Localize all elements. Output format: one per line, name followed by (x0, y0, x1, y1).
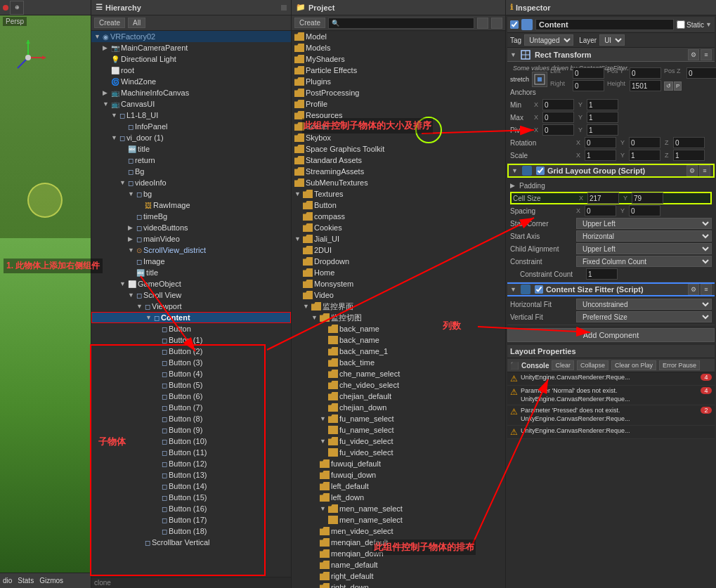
spacing-y-input[interactable] (629, 205, 660, 216)
grid-layout-settings[interactable]: ⚙ (686, 165, 698, 176)
tree-item-button10[interactable]: ◻ Button (10) (91, 436, 291, 447)
proj-myshaders[interactable]: MyShaders (292, 53, 505, 65)
proj-compass[interactable]: compass (292, 211, 505, 222)
rect-reset-btn[interactable]: ↺ (664, 81, 673, 91)
posy-input[interactable] (630, 67, 661, 79)
hierarchy-create-btn[interactable]: Create (94, 18, 125, 28)
tree-item-button4[interactable]: ◻ Button (4) (91, 368, 291, 379)
proj-monsystem[interactable]: Monsystem (292, 278, 505, 289)
proj-back-name-2[interactable]: back_name (292, 334, 505, 346)
hierarchy-all-btn[interactable]: All (128, 18, 145, 28)
tree-item-scrollview-district[interactable]: ▼ ⊙ ScrollView_district (91, 244, 291, 256)
console-entry-4[interactable]: ⚠ UnityEngine.CanvasRenderer:Reque... (507, 426, 715, 439)
proj-skybox[interactable]: Skybox (292, 132, 505, 143)
hierarchy-content[interactable]: ▼ ◉ VRFactory02 ▶ 📷 MainCameraParent 💡 D… (91, 31, 291, 577)
min-x-input[interactable] (542, 99, 574, 110)
tree-item-button6[interactable]: ◻ Button (6) (91, 391, 291, 402)
constraint-dropdown[interactable]: Fixed Column Count (576, 256, 712, 267)
tree-item-title1[interactable]: 🔤 title (91, 143, 291, 155)
tree-item-button[interactable]: ◻ Button (91, 323, 291, 334)
project-create-btn[interactable]: Create (294, 18, 325, 28)
tree-item-gameobject[interactable]: ▼ ⬜ GameObject (91, 278, 291, 289)
grid-layout-check[interactable] (536, 166, 545, 175)
tree-item-scrollview[interactable]: ▼ ◻ Scroll View (91, 289, 291, 301)
static-dropdown[interactable]: ▼ (705, 21, 712, 28)
posz-input[interactable] (686, 67, 716, 79)
proj-jiance-mian[interactable]: ▼监控界面 (292, 301, 505, 312)
proj-resources[interactable]: Resources (292, 110, 505, 121)
tree-item-button17[interactable]: ◻ Button (17) (91, 514, 291, 525)
transform-gizmo[interactable] (7, 37, 49, 80)
tree-item-maincamera[interactable]: ▶ 📷 MainCameraParent (91, 42, 291, 53)
grid-layout-menu[interactable]: ≡ (699, 165, 710, 176)
proj-video[interactable]: Video (292, 289, 505, 301)
proj-textures[interactable]: ▼Textures (292, 188, 505, 200)
pivot-x-input[interactable] (542, 124, 574, 136)
csf-header[interactable]: ▼ Content Size Fitter (Script) ⚙ ≡ (507, 282, 715, 296)
tree-item-button1[interactable]: ◻ Button (1) (91, 334, 291, 346)
tree-item-button16[interactable]: ◻ Button (16) (91, 503, 291, 514)
proj-button[interactable]: Button (292, 200, 505, 211)
proj-back-time[interactable]: back_time (292, 357, 505, 368)
console-entry-1[interactable]: ⚠ UnityEngine.CanvasRenderer:Reque... 4 (507, 372, 715, 386)
tree-item-vidoor[interactable]: ▼ ◻ vi_door (1) (91, 132, 291, 143)
proj-model[interactable]: Model (292, 31, 505, 42)
tree-item-viewport[interactable]: ▼ ◻ Viewport (91, 301, 291, 312)
tree-item-return[interactable]: ◻ return (91, 155, 291, 166)
tree-item-videobuttons[interactable]: ▶ ◻ videoButtons (91, 222, 291, 233)
spacing-x-input[interactable] (585, 205, 616, 216)
proj-streaming-assets[interactable]: StreamingAssets (292, 166, 505, 177)
collapse-btn[interactable]: Collapse (577, 360, 608, 370)
proj-left-default[interactable]: left_default (292, 481, 505, 492)
proj-jiankong-qietu[interactable]: ▼监控切图 (292, 312, 505, 323)
proj-plugins[interactable]: Plugins (292, 76, 505, 87)
rot-x-input[interactable] (585, 137, 616, 148)
vert-fit-dropdown[interactable]: Preferred Size (576, 311, 712, 322)
tree-item-button12[interactable]: ◻ Button (12) (91, 458, 291, 469)
clear-btn[interactable]: Clear (552, 360, 574, 370)
cell-x-input[interactable] (587, 192, 619, 204)
proj-scene[interactable]: Scene (292, 121, 505, 132)
tree-item-button8[interactable]: ◻ Button (8) (91, 413, 291, 424)
tree-item-bg2[interactable]: ▼ ◻ bg (91, 188, 291, 200)
obj-name[interactable]: Content (535, 19, 674, 30)
proj-left-down[interactable]: left_down (292, 492, 505, 503)
proj-standard-assets[interactable]: Standard Assets (292, 155, 505, 166)
project-layout-btn[interactable] (491, 18, 502, 29)
move-tool[interactable] (3, 5, 8, 11)
active-checkbox[interactable] (510, 20, 519, 29)
proj-fu-video-select-img[interactable]: fu_video_select (292, 447, 505, 458)
layer-dropdown[interactable]: UI (599, 34, 625, 46)
tree-item-image[interactable]: ◻ Image (91, 256, 291, 267)
tree-item-button2[interactable]: ◻ Button (2) (91, 346, 291, 357)
tree-item-button14[interactable]: ◻ Button (14) (91, 481, 291, 492)
rect-transform-settings[interactable]: ⚙ (688, 49, 699, 60)
tree-item-button9[interactable]: ◻ Button (9) (91, 424, 291, 436)
tree-item-button5[interactable]: ◻ Button (5) (91, 379, 291, 391)
tree-item-button11[interactable]: ◻ Button (11) (91, 447, 291, 458)
proj-2dui[interactable]: 2DUI (292, 244, 505, 256)
proj-jiali-ui[interactable]: ▼Jiali_UI (292, 233, 505, 244)
proj-back-name-1[interactable]: back_name (292, 323, 505, 334)
proj-chejian-down[interactable]: chejian_down (292, 402, 505, 413)
tree-item-rawimage[interactable]: 🖼 RawImage (91, 200, 291, 211)
height-input[interactable] (630, 80, 661, 91)
project-content[interactable]: Model Models MyShaders Particle Effects … (292, 31, 505, 588)
hierarchy-root[interactable]: ▼ ◉ VRFactory02 (91, 31, 291, 42)
proj-cookies[interactable]: Cookies (292, 222, 505, 233)
proj-space-graphics[interactable]: Space Graphics Toolkit (292, 143, 505, 155)
tree-item-content[interactable]: ▼ ◻ Content (91, 312, 291, 323)
tree-item-infopanel[interactable]: ◻ InfoPanel (91, 121, 291, 132)
clear-on-play-btn[interactable]: Clear on Play (611, 360, 656, 370)
proj-men-video-select[interactable]: men_video_select (292, 525, 505, 537)
right-input[interactable] (573, 80, 604, 91)
proj-fu-name-select-img[interactable]: fu_name_select (292, 424, 505, 436)
rect-transform-menu[interactable]: ≡ (701, 49, 712, 60)
pivot-y-input[interactable] (587, 124, 618, 136)
proj-fuwuqi-default[interactable]: fuwuqi_default (292, 458, 505, 469)
tree-item-mainvideo[interactable]: ▶ ◻ mainVideo (91, 233, 291, 244)
scene-tool-btn[interactable]: ⊕ (10, 1, 24, 15)
csf-settings[interactable]: ⚙ (688, 284, 699, 295)
tree-item-button13[interactable]: ◻ Button (13) (91, 469, 291, 481)
project-settings-btn[interactable] (477, 18, 488, 29)
